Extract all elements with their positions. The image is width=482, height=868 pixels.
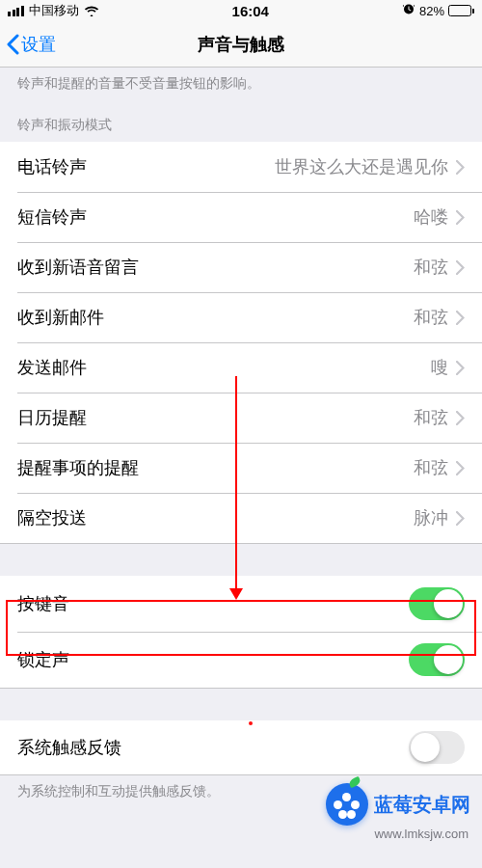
chevron-right-icon: [456, 160, 465, 175]
wifi-icon: [84, 5, 99, 16]
row-label: 日历提醒: [17, 406, 414, 429]
toggle-system-haptics[interactable]: [409, 731, 465, 764]
content-scroll[interactable]: 铃声和提醒的音量不受音量按钮的影响。 铃声和振动模式 电话铃声 世界这么大还是遇…: [0, 68, 482, 868]
row-label: 锁定声: [17, 648, 409, 671]
row-reminder-alerts[interactable]: 提醒事项的提醒 和弦: [0, 443, 482, 493]
back-label: 设置: [21, 33, 56, 56]
status-time: 16:04: [99, 3, 402, 19]
row-value: 哈喽: [414, 205, 448, 229]
row-label: 系统触感反馈: [17, 736, 409, 759]
alarm-icon: [402, 3, 415, 18]
row-value: 世界这么大还是遇见你: [275, 155, 448, 178]
chevron-right-icon: [456, 311, 465, 325]
chevron-right-icon: [456, 361, 465, 375]
row-label: 电话铃声: [17, 155, 275, 178]
row-text-tone[interactable]: 短信铃声 哈喽: [0, 192, 482, 242]
chevron-right-icon: [456, 511, 465, 526]
row-lock-sound: 锁定声: [0, 632, 482, 688]
row-keyboard-clicks: 按键音: [0, 576, 482, 632]
battery-icon: [448, 5, 474, 16]
toggle-keyboard-clicks[interactable]: [409, 587, 465, 620]
toggle-lock-sound[interactable]: [409, 643, 465, 676]
chevron-right-icon: [456, 461, 465, 475]
row-label: 发送邮件: [17, 356, 431, 379]
row-label: 隔空投送: [17, 506, 414, 529]
row-calendar-alerts[interactable]: 日历提醒 和弦: [0, 393, 482, 443]
row-value: 和弦: [414, 406, 448, 429]
row-airdrop[interactable]: 隔空投送 脉冲: [0, 493, 482, 543]
row-label: 收到新语音留言: [17, 256, 414, 279]
row-label: 提醒事项的提醒: [17, 456, 414, 479]
row-value: 和弦: [414, 456, 448, 479]
row-value: 和弦: [414, 306, 448, 329]
row-new-voicemail[interactable]: 收到新语音留言 和弦: [0, 242, 482, 292]
footer-text: 为系统控制和互动提供触感反馈。: [0, 774, 482, 807]
row-label: 按键音: [17, 592, 409, 615]
back-button[interactable]: 设置: [0, 33, 56, 56]
chevron-right-icon: [456, 210, 465, 225]
row-value: 和弦: [414, 256, 448, 279]
row-value: 脉冲: [414, 506, 448, 529]
row-value: 嗖: [431, 356, 448, 379]
nav-bar: 设置 声音与触感: [0, 21, 482, 68]
row-ringtone[interactable]: 电话铃声 世界这么大还是遇见你: [0, 142, 482, 192]
row-system-haptics: 系统触感反馈: [0, 720, 482, 774]
hint-text: 铃声和提醒的音量不受音量按钮的影响。: [0, 68, 482, 99]
carrier-label: 中国移动: [29, 2, 79, 19]
toggles-group: 按键音 锁定声: [0, 576, 482, 688]
row-new-mail[interactable]: 收到新邮件 和弦: [0, 292, 482, 342]
signal-icon: [8, 6, 24, 16]
row-label: 收到新邮件: [17, 306, 414, 329]
chevron-right-icon: [456, 411, 465, 425]
haptic-group: 系统触感反馈: [0, 720, 482, 774]
row-label: 短信铃声: [17, 205, 414, 229]
page-title: 声音与触感: [0, 33, 482, 56]
section-header-sounds: 铃声和振动模式: [0, 99, 482, 142]
chevron-right-icon: [456, 260, 465, 275]
sounds-group: 电话铃声 世界这么大还是遇见你 短信铃声 哈喽 收到新语音留言 和弦 收到新邮件…: [0, 142, 482, 543]
battery-pct: 82%: [419, 4, 444, 18]
status-bar: 中国移动 16:04 82%: [0, 0, 482, 21]
row-sent-mail[interactable]: 发送邮件 嗖: [0, 342, 482, 393]
